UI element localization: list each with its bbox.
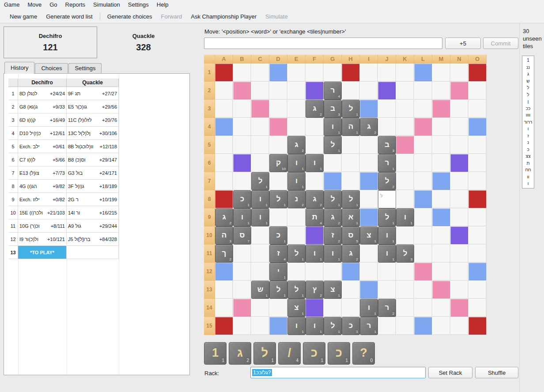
cell-J9[interactable]: ל1 <box>378 208 396 226</box>
cell-F6[interactable]: ו1 <box>306 154 324 172</box>
cell-K1[interactable] <box>396 64 414 82</box>
cell-L1[interactable] <box>414 64 432 82</box>
cell-H3[interactable]: ל1 <box>342 100 360 118</box>
cell-F12[interactable] <box>306 263 324 281</box>
cell-B6[interactable] <box>233 154 251 172</box>
toolbar-generate-word-list[interactable]: Generate word list <box>42 11 97 22</box>
cell-D15[interactable] <box>269 317 287 335</box>
cell-D8[interactable]: ל1 <box>269 190 287 208</box>
cell-J7[interactable]: ל2 <box>378 172 396 190</box>
history-row[interactable]: 36D ק(ו)ו+16/4911C לזלו(ל)+20/76 <box>8 113 119 127</box>
cell-D9[interactable] <box>269 208 287 226</box>
cell-I11[interactable] <box>360 245 378 263</box>
cell-M8[interactable] <box>432 190 450 208</box>
cell-B10[interactable]: ס7 <box>233 226 251 245</box>
cell-N11[interactable] <box>450 245 468 263</box>
cell-F2[interactable] <box>306 82 324 100</box>
cell-M1[interactable] <box>432 64 450 82</box>
cell-E13[interactable]: ל1 <box>287 281 306 299</box>
cell-J14[interactable]: ר2 <box>378 299 396 317</box>
cell-O13[interactable] <box>468 281 487 299</box>
cell-O6[interactable] <box>468 154 487 172</box>
cell-G2[interactable]: ר4 <box>324 82 342 100</box>
cell-J13[interactable] <box>378 281 396 299</box>
cell-B15[interactable] <box>233 317 251 335</box>
cell-M11[interactable] <box>432 245 450 263</box>
cell-N6[interactable] <box>450 154 468 172</box>
cell-A3[interactable] <box>215 100 233 118</box>
cell-G6[interactable] <box>324 154 342 172</box>
cell-A4[interactable] <box>215 118 233 136</box>
cell-D11[interactable]: ז4 <box>269 245 287 263</box>
cell-I6[interactable] <box>360 154 378 172</box>
rack-tile[interactable]: ג2 <box>229 342 251 365</box>
cell-J1[interactable] <box>378 64 396 82</box>
cell-I3[interactable] <box>360 100 378 118</box>
cell-G8[interactable]: ל1 <box>324 190 342 208</box>
cell-E4[interactable] <box>287 118 306 136</box>
cell-O9[interactable] <box>468 208 487 226</box>
cell-B4[interactable] <box>233 118 251 136</box>
cell-C2[interactable] <box>251 82 269 100</box>
cell-L12[interactable] <box>414 263 432 281</box>
cell-M6[interactable] <box>432 154 450 172</box>
cell-N5[interactable] <box>450 136 468 154</box>
cell-A12[interactable] <box>215 263 233 281</box>
cell-D2[interactable] <box>269 82 287 100</box>
cell-I10[interactable]: צ1 <box>360 226 378 245</box>
cell-G14[interactable] <box>324 299 342 317</box>
cell-M9[interactable] <box>432 208 450 226</box>
cell-G13[interactable]: צ1 <box>324 281 342 299</box>
cell-F15[interactable]: ו1 <box>306 317 324 335</box>
cell-E7[interactable]: ו1 <box>287 172 306 190</box>
rack-tile[interactable]: 11 <box>204 342 227 365</box>
cell-O4[interactable] <box>468 118 487 136</box>
cell-L7[interactable] <box>414 172 432 190</box>
menu-help[interactable]: Help <box>153 0 173 10</box>
menu-simulation[interactable]: Simulation <box>89 0 124 10</box>
cell-J3[interactable] <box>378 100 396 118</box>
cell-N4[interactable] <box>450 118 468 136</box>
cell-B7[interactable] <box>233 172 251 190</box>
cell-I15[interactable]: ר1 <box>360 317 378 335</box>
panel-splitter[interactable] <box>519 23 520 392</box>
cell-N8[interactable] <box>450 190 468 208</box>
menu-go[interactable]: Go <box>45 0 61 10</box>
cell-N13[interactable] <box>450 281 468 299</box>
cell-L9[interactable] <box>414 208 432 226</box>
cell-D6[interactable]: ק10 <box>269 154 287 172</box>
cell-M14[interactable] <box>432 299 450 317</box>
cell-M10[interactable] <box>432 226 450 245</box>
cell-H7[interactable] <box>342 172 360 190</box>
cell-E12[interactable] <box>287 263 306 281</box>
cell-L10[interactable] <box>414 226 432 245</box>
cell-F3[interactable]: ג2 <box>306 100 324 118</box>
cell-I9[interactable] <box>360 208 378 226</box>
cell-M5[interactable] <box>432 136 450 154</box>
cell-A1[interactable] <box>215 64 233 82</box>
cell-A8[interactable] <box>215 190 233 208</box>
cell-I13[interactable] <box>360 281 378 299</box>
cell-H1[interactable] <box>342 64 360 82</box>
cell-M13[interactable] <box>432 281 450 299</box>
cell-K10[interactable] <box>396 226 414 245</box>
cell-C4[interactable] <box>251 118 269 136</box>
cell-C6[interactable] <box>251 154 269 172</box>
cell-L11[interactable] <box>414 245 432 263</box>
rack-tile[interactable]: /4 <box>278 342 301 365</box>
history-row[interactable]: 1110G (ר)וכ+8/111A9 גול+29/244 <box>8 219 119 233</box>
cell-A6[interactable] <box>215 154 233 172</box>
cell-O11[interactable] <box>468 245 487 263</box>
cell-L5[interactable] <box>414 136 432 154</box>
cell-A15[interactable] <box>215 317 233 335</box>
history-row[interactable]: 7E13 (ל)צו+7/73G3 בול+24/171 <box>8 166 119 180</box>
cell-H13[interactable] <box>342 281 360 299</box>
rack-tile[interactable]: כ1 <box>328 342 350 365</box>
cell-O15[interactable] <box>468 317 487 335</box>
cell-M2[interactable] <box>432 82 450 100</box>
cell-G1[interactable] <box>324 64 342 82</box>
cell-O3[interactable] <box>468 100 487 118</box>
cell-L3[interactable] <box>414 100 432 118</box>
cell-L14[interactable] <box>414 299 432 317</box>
cell-B12[interactable] <box>233 263 251 281</box>
